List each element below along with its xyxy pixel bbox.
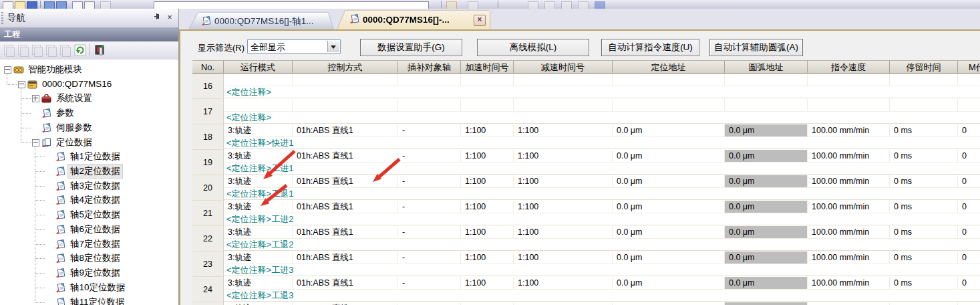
tree-item-label[interactable]: 轴2定位数据 (68, 165, 122, 178)
cell-speed[interactable]: 100.00 mm/min (808, 124, 890, 136)
paste-icon[interactable] (30, 43, 43, 57)
cell-decel[interactable] (514, 99, 613, 111)
cell-speed[interactable]: 100.00 mm/min (808, 175, 890, 187)
cell-decel[interactable]: 1:100 (514, 226, 613, 238)
cell-arc[interactable]: 0.0 μm (725, 226, 808, 238)
tree-item-label[interactable]: 参数 (54, 106, 76, 120)
tree-item-label[interactable]: 伺服参数 (54, 121, 94, 134)
cell-mcode[interactable] (958, 74, 980, 86)
cell-address[interactable] (613, 99, 725, 111)
action-button-2[interactable]: 离线模拟(L) (477, 39, 589, 56)
refresh-icon[interactable] (73, 43, 87, 57)
cell-address[interactable]: 0.0 μm (613, 302, 725, 305)
close-panel-icon[interactable]: × (164, 13, 175, 23)
row-number[interactable]: 18 (192, 124, 224, 150)
cell-axis[interactable]: - (398, 251, 461, 264)
cell-decel[interactable]: 1:100 (514, 175, 613, 187)
cell-address[interactable]: 0.0 μm (613, 226, 725, 238)
combo-dropdown-icon[interactable] (327, 41, 339, 52)
cell-accel[interactable] (461, 74, 514, 86)
cell-dwell[interactable]: 0 ms (890, 226, 958, 238)
cell-axis[interactable] (398, 99, 461, 111)
cell-arc[interactable]: 0.0 μm (725, 201, 808, 213)
cell-mcode[interactable]: 0 (958, 175, 980, 187)
tree-item-label[interactable]: 系统设置 (54, 92, 94, 105)
cell-control[interactable]: 01h:ABS 直线1 (293, 277, 398, 289)
tree-item-11[interactable]: 轴5定位数据 (0, 208, 178, 222)
cell-speed[interactable]: 100.00 mm/min (808, 302, 890, 305)
row-number[interactable]: 22 (192, 226, 224, 251)
tree-item-label[interactable]: 0000:QD77MS16 (40, 78, 114, 91)
cell-dwell[interactable]: 0 ms (890, 302, 958, 305)
cell-decel[interactable]: 1:100 (514, 251, 613, 264)
row-number[interactable]: 19 (192, 150, 224, 175)
cell-decel[interactable]: 1:100 (514, 150, 613, 162)
tab-close-icon[interactable]: × (474, 15, 486, 26)
cell-comment[interactable]: <定位注释>工退2 (224, 239, 980, 251)
cell-dwell[interactable]: 0 ms (890, 201, 958, 213)
module-tool-icon[interactable] (94, 43, 107, 57)
rename-icon[interactable] (44, 43, 57, 57)
cell-speed[interactable]: 100.00 mm/min (808, 277, 890, 289)
cell-decel[interactable] (514, 74, 613, 86)
cell-axis[interactable]: - (398, 226, 461, 238)
cell-speed[interactable]: 100.00 mm/min (808, 150, 890, 162)
tree-item-8[interactable]: 轴2定位数据 (0, 165, 178, 179)
tree-item-7[interactable]: 轴1定位数据 (0, 150, 178, 164)
cell-axis[interactable]: - (398, 150, 461, 162)
cell-accel[interactable]: 1:100 (461, 277, 514, 289)
collapse-minus-icon[interactable] (32, 139, 39, 146)
cell-mcode[interactable]: 0 (958, 251, 980, 264)
tree-item-label[interactable]: 轴7定位数据 (68, 237, 122, 251)
cell-axis[interactable]: - (398, 175, 461, 187)
tree-item-label[interactable]: 轴8定位数据 (68, 251, 122, 265)
cell-mode[interactable] (224, 99, 293, 111)
cell-axis[interactable]: - (398, 201, 461, 213)
tree-item-2[interactable]: 0000:QD77MS16 (0, 78, 178, 92)
tree-item-6[interactable]: 定位数据 (0, 136, 178, 150)
cell-comment[interactable]: <定位注释>工进2 (224, 213, 980, 225)
tree-item-label[interactable]: 轴3定位数据 (68, 179, 122, 193)
tree-item-14[interactable]: 轴8定位数据 (0, 251, 178, 266)
cell-control[interactable]: 01h:ABS 直线1 (293, 124, 398, 136)
cell-accel[interactable] (461, 99, 514, 111)
cell-control[interactable] (293, 99, 398, 111)
tree-item-4[interactable]: 参数 (0, 106, 178, 120)
row-number[interactable]: 23 (192, 251, 224, 277)
tree-item-13[interactable]: 轴7定位数据 (0, 237, 178, 251)
cell-address[interactable]: 0.0 μm (613, 175, 725, 187)
cell-axis[interactable]: - (398, 302, 461, 305)
cell-comment[interactable]: <定位注释>工进3 (224, 264, 980, 276)
tree-item-1[interactable]: 智能功能模块 (0, 63, 178, 77)
cell-control[interactable]: 01h:ABS 直线1 (293, 150, 398, 162)
cell-address[interactable]: 0.0 μm (613, 251, 725, 264)
cell-accel[interactable]: 1:100 (461, 226, 514, 238)
tree-item-5[interactable]: 伺服参数 (0, 121, 178, 135)
cell-mode[interactable]: 3:轨迹 (224, 277, 293, 289)
cell-dwell[interactable]: 0 ms (890, 124, 958, 136)
tree-item-16[interactable]: 轴10定位数据 (0, 281, 178, 295)
cell-mcode[interactable]: 0 (958, 124, 980, 136)
cell-mode[interactable]: 3:轨迹 (224, 302, 293, 305)
tree-item-9[interactable]: 轴3定位数据 (0, 179, 178, 193)
tree-item-15[interactable]: 轴9定位数据 (0, 266, 178, 280)
cell-control[interactable]: 01h:ABS 直线1 (293, 251, 398, 264)
cell-dwell[interactable] (890, 74, 958, 86)
cell-arc[interactable] (725, 74, 808, 86)
tree-item-12[interactable]: 轴6定位数据 (0, 223, 178, 237)
copy-icon[interactable] (16, 43, 29, 57)
cell-accel[interactable]: 1:100 (461, 124, 514, 136)
cell-mode[interactable]: 3:轨迹 (224, 226, 293, 238)
cell-mode[interactable]: 3:轨迹 (224, 150, 293, 162)
row-number[interactable]: 25 (192, 302, 224, 305)
cell-arc[interactable]: 0.0 μm (725, 175, 808, 187)
cell-accel[interactable]: 1:100 (461, 150, 514, 162)
row-number[interactable]: 16 (192, 74, 224, 99)
row-number[interactable]: 20 (192, 175, 224, 201)
cell-address[interactable]: 0.0 μm (613, 277, 725, 289)
cell-accel[interactable]: 1:100 (461, 251, 514, 264)
tree-item-label[interactable]: 轴4定位数据 (68, 193, 122, 207)
display-filter-select[interactable]: 全部显示 (247, 39, 341, 54)
cell-dwell[interactable]: 0 ms (890, 277, 958, 289)
cell-mcode[interactable]: 0 (958, 201, 980, 213)
